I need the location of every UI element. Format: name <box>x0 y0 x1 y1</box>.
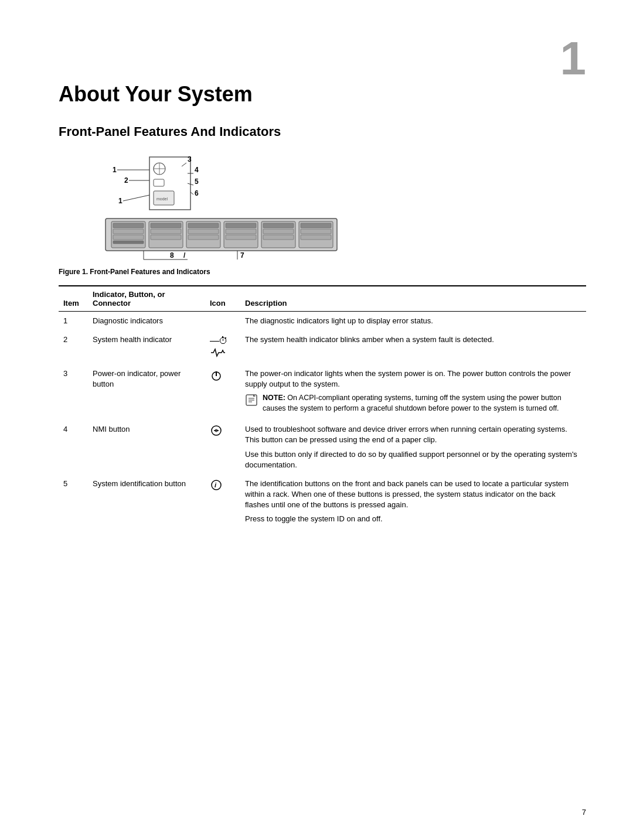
power-icon-svg <box>210 368 223 381</box>
svg-text:i: i <box>215 482 217 489</box>
description-part-1: Used to troubleshoot software and device… <box>245 424 581 445</box>
svg-rect-30 <box>151 235 181 240</box>
row-description: The identification buttons on the front … <box>240 474 586 529</box>
table-row: 2 System health indicator —⏱ The system … <box>59 330 586 364</box>
svg-rect-41 <box>263 229 294 234</box>
table-header-icon: Icon <box>205 286 240 312</box>
row-icon: —⏱ <box>205 330 240 364</box>
note-text: NOTE: On ACPI-compliant operating system… <box>263 393 581 414</box>
indicators-table: Item Indicator, Button, orConnector Icon… <box>59 285 586 529</box>
table-row: 5 System identification button i The ide… <box>59 474 586 529</box>
description-part-2: Press to toggle the system ID on and off… <box>245 514 581 524</box>
svg-rect-26 <box>113 241 144 244</box>
svg-rect-36 <box>226 223 256 228</box>
row-indicator: NMI button <box>88 420 205 474</box>
figure-caption: Figure 1. Front-Panel Features and Indic… <box>59 268 363 276</box>
table-header-description: Description <box>240 286 586 312</box>
health-icon-svg <box>210 348 226 357</box>
svg-text:6: 6 <box>195 189 199 197</box>
row-indicator: System identification button <box>88 474 205 529</box>
nmi-icon-svg <box>210 424 223 437</box>
row-item: 5 <box>59 474 88 529</box>
svg-rect-44 <box>301 223 331 228</box>
description-part-1: The identification buttons on the front … <box>245 479 581 511</box>
svg-rect-38 <box>226 235 256 240</box>
svg-rect-37 <box>226 229 256 234</box>
row-indicator: Diagnostic indicators <box>88 312 205 331</box>
svg-text:2: 2 <box>124 176 128 185</box>
svg-rect-42 <box>263 235 294 240</box>
row-icon: i <box>205 474 240 529</box>
svg-rect-29 <box>151 229 181 234</box>
front-panel-diagram: model 1 2 1 3 4 5 6 <box>59 151 363 262</box>
table-row: 4 NMI button Used to troubleshoot softwa… <box>59 420 586 474</box>
svg-text:8: 8 <box>170 251 174 259</box>
chapter-number: 1 <box>560 35 587 82</box>
sysid-icon-svg: i <box>210 479 223 491</box>
table-row: 1 Diagnostic indicators The diagnostic i… <box>59 312 586 331</box>
svg-text:/: / <box>183 251 186 259</box>
svg-rect-46 <box>301 235 331 240</box>
table-header-item: Item <box>59 286 88 312</box>
row-item: 3 <box>59 364 88 420</box>
svg-text:5: 5 <box>195 177 199 186</box>
row-description: The diagnostic indicators light up to di… <box>240 312 586 331</box>
svg-text:7: 7 <box>240 251 244 259</box>
page-number: 7 <box>582 808 586 817</box>
page-title: About Your System <box>59 82 586 107</box>
row-description: Used to troubleshoot software and device… <box>240 420 586 474</box>
row-item: 1 <box>59 312 88 331</box>
svg-rect-32 <box>188 223 219 228</box>
table-header-indicator: Indicator, Button, orConnector <box>88 286 205 312</box>
svg-text:3: 3 <box>188 155 192 163</box>
svg-line-11 <box>123 195 149 201</box>
row-description-text: The power-on indicator lights when the s… <box>245 369 571 388</box>
row-description: The power-on indicator lights when the s… <box>240 364 586 420</box>
svg-rect-24 <box>113 229 144 234</box>
svg-rect-23 <box>113 223 144 228</box>
row-indicator: Power-on indicator, power button <box>88 364 205 420</box>
section-title: Front-Panel Features And Indicators <box>59 124 586 139</box>
row-description: The system health indicator blinks amber… <box>240 330 586 364</box>
row-icon <box>205 420 240 474</box>
table-row: 3 Power-on indicator, power button The p… <box>59 364 586 420</box>
note-content: On ACPI-compliant operating systems, tur… <box>263 394 561 412</box>
description-part-2: Use this button only if directed to do s… <box>245 449 581 470</box>
svg-text:1: 1 <box>113 166 117 174</box>
svg-rect-34 <box>188 235 219 240</box>
svg-rect-28 <box>151 223 181 228</box>
diagram-area: model 1 2 1 3 4 5 6 <box>59 151 363 264</box>
note-box: NOTE: On ACPI-compliant operating system… <box>245 393 581 414</box>
svg-text:1: 1 <box>118 197 122 205</box>
row-icon <box>205 312 240 331</box>
svg-text:model: model <box>156 197 168 201</box>
svg-rect-25 <box>113 235 144 240</box>
row-indicator: System health indicator <box>88 330 205 364</box>
svg-text:4: 4 <box>195 166 199 174</box>
note-label: NOTE: <box>263 394 287 402</box>
row-item: 4 <box>59 420 88 474</box>
row-icon <box>205 364 240 420</box>
svg-rect-40 <box>263 223 294 228</box>
note-icon <box>245 394 258 407</box>
svg-rect-45 <box>301 229 331 234</box>
health-icon: —⏱ <box>210 336 227 346</box>
svg-rect-33 <box>188 229 219 234</box>
figure-container: model 1 2 1 3 4 5 6 <box>59 151 363 276</box>
row-item: 2 <box>59 330 88 364</box>
